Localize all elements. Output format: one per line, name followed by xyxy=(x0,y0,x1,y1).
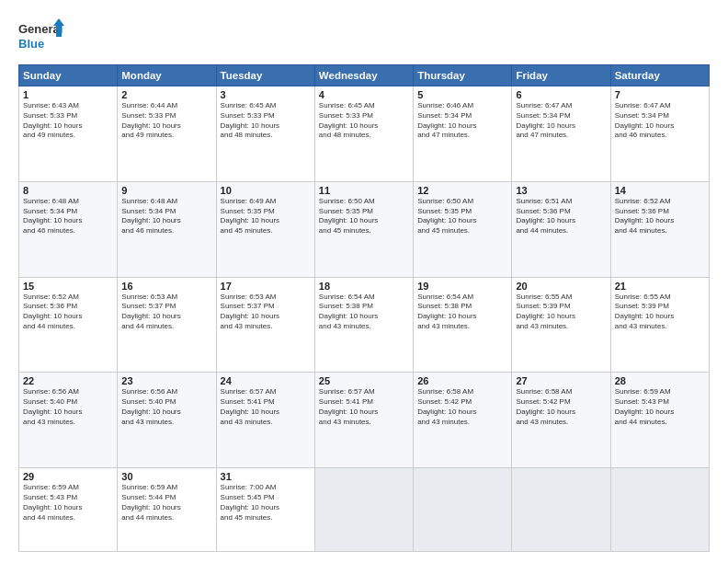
calendar-cell: 29Sunrise: 6:59 AM Sunset: 5:43 PM Dayli… xyxy=(19,468,118,552)
day-info: Sunrise: 6:50 AM Sunset: 5:35 PM Dayligh… xyxy=(319,197,409,236)
calendar-cell: 8Sunrise: 6:48 AM Sunset: 5:34 PM Daylig… xyxy=(19,181,118,277)
day-number: 20 xyxy=(516,281,606,292)
calendar-cell: 30Sunrise: 6:59 AM Sunset: 5:44 PM Dayli… xyxy=(118,468,216,552)
day-info: Sunrise: 6:57 AM Sunset: 5:41 PM Dayligh… xyxy=(319,387,409,427)
day-number: 31 xyxy=(221,471,311,482)
day-info: Sunrise: 6:46 AM Sunset: 5:34 PM Dayligh… xyxy=(417,101,507,141)
day-number: 4 xyxy=(319,89,409,100)
day-info: Sunrise: 6:43 AM Sunset: 5:33 PM Dayligh… xyxy=(23,101,113,141)
calendar-header-row: SundayMondayTuesdayWednesdayThursdayFrid… xyxy=(19,65,710,86)
calendar-cell: 17Sunrise: 6:53 AM Sunset: 5:37 PM Dayli… xyxy=(216,277,314,373)
calendar-cell: 6Sunrise: 6:47 AM Sunset: 5:34 PM Daylig… xyxy=(512,86,610,182)
calendar-cell: 28Sunrise: 6:59 AM Sunset: 5:43 PM Dayli… xyxy=(610,373,709,468)
calendar-col-header: Monday xyxy=(118,65,216,86)
day-info: Sunrise: 6:54 AM Sunset: 5:38 PM Dayligh… xyxy=(319,293,409,332)
day-info: Sunrise: 6:56 AM Sunset: 5:40 PM Dayligh… xyxy=(121,387,211,427)
calendar-cell xyxy=(314,468,413,552)
day-number: 15 xyxy=(23,281,113,292)
day-info: Sunrise: 6:45 AM Sunset: 5:33 PM Dayligh… xyxy=(221,101,311,141)
day-number: 7 xyxy=(615,89,705,100)
header: General Blue xyxy=(18,17,710,55)
calendar-cell: 22Sunrise: 6:56 AM Sunset: 5:40 PM Dayli… xyxy=(19,373,118,468)
calendar-cell: 2Sunrise: 6:44 AM Sunset: 5:33 PM Daylig… xyxy=(118,86,216,182)
day-number: 11 xyxy=(319,185,409,196)
calendar-cell: 19Sunrise: 6:54 AM Sunset: 5:38 PM Dayli… xyxy=(414,277,512,373)
day-info: Sunrise: 6:48 AM Sunset: 5:34 PM Dayligh… xyxy=(23,197,113,236)
day-info: Sunrise: 6:47 AM Sunset: 5:34 PM Dayligh… xyxy=(615,101,705,141)
day-number: 9 xyxy=(121,185,211,196)
day-info: Sunrise: 6:50 AM Sunset: 5:35 PM Dayligh… xyxy=(417,197,507,236)
calendar-cell xyxy=(610,468,709,552)
day-number: 12 xyxy=(417,185,507,196)
calendar-cell: 4Sunrise: 6:45 AM Sunset: 5:33 PM Daylig… xyxy=(314,86,413,182)
day-info: Sunrise: 6:59 AM Sunset: 5:43 PM Dayligh… xyxy=(615,387,705,427)
day-info: Sunrise: 6:48 AM Sunset: 5:34 PM Dayligh… xyxy=(121,197,211,236)
day-info: Sunrise: 6:54 AM Sunset: 5:38 PM Dayligh… xyxy=(417,293,507,332)
day-info: Sunrise: 6:57 AM Sunset: 5:41 PM Dayligh… xyxy=(221,387,311,427)
day-number: 18 xyxy=(319,281,409,292)
calendar-cell: 18Sunrise: 6:54 AM Sunset: 5:38 PM Dayli… xyxy=(314,277,413,373)
svg-text:Blue: Blue xyxy=(18,37,44,51)
day-info: Sunrise: 6:44 AM Sunset: 5:33 PM Dayligh… xyxy=(121,101,211,141)
day-info: Sunrise: 6:52 AM Sunset: 5:36 PM Dayligh… xyxy=(615,197,705,236)
calendar-cell: 9Sunrise: 6:48 AM Sunset: 5:34 PM Daylig… xyxy=(118,181,216,277)
calendar-col-header: Tuesday xyxy=(216,65,314,86)
calendar-cell: 13Sunrise: 6:51 AM Sunset: 5:36 PM Dayli… xyxy=(512,181,610,277)
day-number: 21 xyxy=(615,281,705,292)
calendar-col-header: Wednesday xyxy=(314,65,413,86)
calendar-cell: 3Sunrise: 6:45 AM Sunset: 5:33 PM Daylig… xyxy=(216,86,314,182)
calendar-cell: 27Sunrise: 6:58 AM Sunset: 5:42 PM Dayli… xyxy=(512,373,610,468)
calendar-col-header: Friday xyxy=(512,65,610,86)
day-number: 30 xyxy=(121,471,211,482)
day-number: 27 xyxy=(516,375,606,386)
calendar-cell: 26Sunrise: 6:58 AM Sunset: 5:42 PM Dayli… xyxy=(414,373,512,468)
calendar-col-header: Saturday xyxy=(610,65,709,86)
calendar-cell: 10Sunrise: 6:49 AM Sunset: 5:35 PM Dayli… xyxy=(216,181,314,277)
day-info: Sunrise: 6:52 AM Sunset: 5:36 PM Dayligh… xyxy=(23,293,113,332)
calendar-row: 1Sunrise: 6:43 AM Sunset: 5:33 PM Daylig… xyxy=(19,86,710,182)
logo: General Blue xyxy=(18,17,64,55)
page: General Blue SundayMondayTuesdayWednesda… xyxy=(0,0,728,563)
day-number: 23 xyxy=(121,375,211,386)
day-number: 10 xyxy=(221,185,311,196)
calendar-cell: 20Sunrise: 6:55 AM Sunset: 5:39 PM Dayli… xyxy=(512,277,610,373)
day-info: Sunrise: 6:45 AM Sunset: 5:33 PM Dayligh… xyxy=(319,101,409,141)
day-info: Sunrise: 6:59 AM Sunset: 5:44 PM Dayligh… xyxy=(121,483,211,523)
calendar-cell xyxy=(414,468,512,552)
day-info: Sunrise: 6:47 AM Sunset: 5:34 PM Dayligh… xyxy=(516,101,606,141)
day-number: 28 xyxy=(615,375,705,386)
calendar-row: 29Sunrise: 6:59 AM Sunset: 5:43 PM Dayli… xyxy=(19,468,710,552)
calendar-cell: 16Sunrise: 6:53 AM Sunset: 5:37 PM Dayli… xyxy=(118,277,216,373)
calendar-col-header: Sunday xyxy=(19,65,118,86)
calendar-row: 15Sunrise: 6:52 AM Sunset: 5:36 PM Dayli… xyxy=(19,277,710,373)
day-number: 14 xyxy=(615,185,705,196)
day-number: 6 xyxy=(516,89,606,100)
day-number: 29 xyxy=(23,471,113,482)
day-number: 3 xyxy=(221,89,311,100)
calendar-cell: 31Sunrise: 7:00 AM Sunset: 5:45 PM Dayli… xyxy=(216,468,314,552)
calendar-cell: 11Sunrise: 6:50 AM Sunset: 5:35 PM Dayli… xyxy=(314,181,413,277)
day-info: Sunrise: 6:56 AM Sunset: 5:40 PM Dayligh… xyxy=(23,387,113,427)
day-number: 25 xyxy=(319,375,409,386)
calendar-col-header: Thursday xyxy=(414,65,512,86)
day-number: 2 xyxy=(121,89,211,100)
day-number: 22 xyxy=(23,375,113,386)
day-number: 24 xyxy=(221,375,311,386)
day-info: Sunrise: 6:55 AM Sunset: 5:39 PM Dayligh… xyxy=(615,293,705,332)
day-number: 8 xyxy=(23,185,113,196)
day-info: Sunrise: 6:55 AM Sunset: 5:39 PM Dayligh… xyxy=(516,293,606,332)
calendar-cell: 5Sunrise: 6:46 AM Sunset: 5:34 PM Daylig… xyxy=(414,86,512,182)
day-info: Sunrise: 6:51 AM Sunset: 5:36 PM Dayligh… xyxy=(516,197,606,236)
day-number: 5 xyxy=(417,89,507,100)
calendar-cell: 24Sunrise: 6:57 AM Sunset: 5:41 PM Dayli… xyxy=(216,373,314,468)
day-number: 17 xyxy=(221,281,311,292)
calendar-row: 22Sunrise: 6:56 AM Sunset: 5:40 PM Dayli… xyxy=(19,373,710,468)
calendar-cell: 15Sunrise: 6:52 AM Sunset: 5:36 PM Dayli… xyxy=(19,277,118,373)
calendar-cell xyxy=(512,468,610,552)
calendar-cell: 7Sunrise: 6:47 AM Sunset: 5:34 PM Daylig… xyxy=(610,86,709,182)
day-number: 16 xyxy=(121,281,211,292)
day-number: 19 xyxy=(417,281,507,292)
calendar-cell: 23Sunrise: 6:56 AM Sunset: 5:40 PM Dayli… xyxy=(118,373,216,468)
day-info: Sunrise: 6:49 AM Sunset: 5:35 PM Dayligh… xyxy=(221,197,311,236)
day-info: Sunrise: 6:53 AM Sunset: 5:37 PM Dayligh… xyxy=(121,293,211,332)
